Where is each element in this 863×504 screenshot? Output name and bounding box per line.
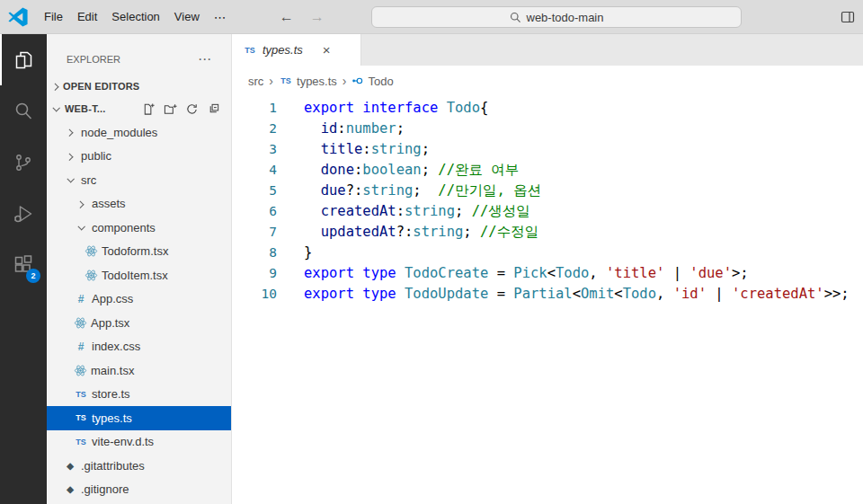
breadcrumb-file-label: types.ts xyxy=(297,75,337,88)
menu-file[interactable]: File xyxy=(37,6,70,28)
line-number: 1 xyxy=(232,98,277,119)
back-button[interactable]: ← xyxy=(271,9,302,25)
tree-item-app-css[interactable]: #App.css xyxy=(47,287,231,312)
code-text: updatedAt?:string; //수정일 xyxy=(304,222,538,243)
code-text: } xyxy=(304,243,312,263)
tree-item-vite-env-d-ts[interactable]: TSvite-env.d.ts xyxy=(47,430,231,455)
workspace-label: WEB-T... xyxy=(65,103,106,114)
open-editors-section[interactable]: OPEN EDITORS xyxy=(47,75,231,97)
menu-view[interactable]: View xyxy=(167,6,207,28)
code-line-4[interactable]: 4 done:boolean; //완료 여부 xyxy=(232,160,863,181)
file-name: App.tsx xyxy=(91,316,129,330)
activity-source-control-icon[interactable] xyxy=(0,137,47,188)
menu-edit[interactable]: Edit xyxy=(70,6,104,28)
file-name: index.css xyxy=(92,340,140,353)
vscode-logo-icon xyxy=(8,7,28,27)
ts-file-icon: TS xyxy=(279,74,293,88)
tree-item-src[interactable]: src xyxy=(47,168,231,192)
line-number: 4 xyxy=(232,160,277,181)
sidebar-more-icon[interactable]: ⋯ xyxy=(198,51,211,67)
chevron-down-icon xyxy=(63,172,77,187)
chevron-right-icon xyxy=(63,149,77,164)
file-name: public xyxy=(81,149,111,163)
breadcrumb-symbol-label: Todo xyxy=(368,75,393,88)
collapse-all-icon[interactable] xyxy=(207,102,220,116)
line-number: 3 xyxy=(232,139,277,160)
new-folder-icon[interactable] xyxy=(164,102,177,116)
tree-item-components[interactable]: components xyxy=(47,216,231,240)
tree-item-app-tsx[interactable]: App.tsx xyxy=(47,311,231,335)
tree-item-public[interactable]: public xyxy=(47,145,231,169)
breadcrumb-src-label: src xyxy=(248,75,263,88)
code-line-9[interactable]: 9export type TodoCreate = Pick<Todo, 'ti… xyxy=(232,263,863,284)
line-number: 6 xyxy=(232,201,277,222)
breadcrumb-src[interactable]: src xyxy=(248,75,263,88)
menu-selection[interactable]: Selection xyxy=(104,6,166,28)
activity-run-debug-icon[interactable] xyxy=(0,188,47,239)
extensions-badge: 2 xyxy=(26,269,40,283)
tab-close-icon[interactable]: × xyxy=(323,43,331,57)
workspace-section[interactable]: WEB-T... xyxy=(47,97,231,120)
activity-explorer-icon[interactable] xyxy=(0,34,47,85)
react-icon xyxy=(85,244,98,258)
breadcrumb-separator: › xyxy=(343,74,347,88)
css-icon: # xyxy=(74,340,88,354)
file-tree: node_modulespublicsrcassetscomponentsTod… xyxy=(47,120,231,504)
vscode-window: File Edit Selection View ⋯ ← → web-todo-… xyxy=(0,0,863,504)
react-icon xyxy=(85,269,98,282)
chevron-right-icon xyxy=(63,125,77,139)
editor-area: TS types.ts × src › TS types.ts › xyxy=(232,34,863,504)
tree-item-main-tsx[interactable]: main.tsx xyxy=(47,358,231,383)
code-line-10[interactable]: 10export type TodoUpdate = Partial<Omit<… xyxy=(232,284,863,305)
chevron-down-icon xyxy=(74,220,88,234)
tree-item-todoform-tsx[interactable]: Todoform.tsx xyxy=(47,240,231,264)
tree-item-store-ts[interactable]: TSstore.ts xyxy=(47,383,231,407)
file-name: App.css xyxy=(92,292,133,305)
code-text: id:number; xyxy=(304,119,405,139)
tab-types-ts[interactable]: TS types.ts × xyxy=(232,34,361,66)
code-area[interactable]: 1export interface Todo{2 id:number;3 tit… xyxy=(232,96,863,504)
code-line-2[interactable]: 2 id:number; xyxy=(232,119,863,139)
activity-extensions-icon[interactable]: 2 xyxy=(0,239,47,290)
tree-item-node-modules[interactable]: node_modules xyxy=(47,120,231,145)
tree-item-types-ts[interactable]: TStypes.ts xyxy=(47,406,231,430)
sidebar-header: EXPLORER ⋯ xyxy=(47,34,231,75)
tree-item-gitattributes[interactable]: ◆.gitattributes xyxy=(47,454,231,478)
symbol-interface-icon xyxy=(351,75,364,87)
line-number: 5 xyxy=(232,181,277,201)
activity-search-icon[interactable] xyxy=(0,85,47,137)
tab-bar: TS types.ts × xyxy=(232,34,863,66)
menu-more-icon[interactable]: ⋯ xyxy=(207,6,234,28)
open-editors-label: OPEN EDITORS xyxy=(63,81,139,92)
tree-item-assets[interactable]: assets xyxy=(47,192,231,217)
menu-bar: File Edit Selection View ⋯ xyxy=(37,6,234,28)
code-line-7[interactable]: 7 updatedAt?:string; //수정일 xyxy=(232,222,863,243)
git-icon: ◆ xyxy=(63,458,77,473)
tree-item-gitignore[interactable]: ◆.gitignore xyxy=(47,478,231,502)
chevron-down-icon xyxy=(49,102,63,116)
command-center-search[interactable]: web-todo-main xyxy=(371,6,742,28)
code-line-1[interactable]: 1export interface Todo{ xyxy=(232,98,863,119)
code-line-8[interactable]: 8} xyxy=(232,243,863,263)
line-number: 8 xyxy=(232,243,277,263)
file-name: .gitattributes xyxy=(81,459,145,473)
breadcrumb-separator: › xyxy=(269,74,273,88)
refresh-icon[interactable] xyxy=(185,102,199,116)
code-line-6[interactable]: 6 createdAt:string; //생성일 xyxy=(232,201,863,222)
git-icon: ◆ xyxy=(63,482,77,497)
breadcrumb: src › TS types.ts › Todo xyxy=(232,66,863,96)
ts-icon: TS xyxy=(74,435,88,449)
react-icon xyxy=(74,364,87,377)
new-file-icon[interactable] xyxy=(142,102,156,116)
explorer-sidebar: EXPLORER ⋯ OPEN EDITORS WEB-T... node_mo… xyxy=(47,34,232,504)
breadcrumb-symbol[interactable]: Todo xyxy=(351,75,393,88)
file-name: assets xyxy=(92,197,126,210)
title-bar: File Edit Selection View ⋯ ← → web-todo-… xyxy=(0,0,863,34)
code-line-5[interactable]: 5 due?:string; //만기일, 옵션 xyxy=(232,181,863,201)
tree-item-todoitem-tsx[interactable]: TodoItem.tsx xyxy=(47,263,231,287)
chevron-right-icon xyxy=(74,197,88,211)
tree-item-index-css[interactable]: #index.css xyxy=(47,335,231,359)
breadcrumb-file[interactable]: TS types.ts xyxy=(279,74,337,88)
code-line-3[interactable]: 3 title:string; xyxy=(232,139,863,160)
layout-toggle-icon[interactable] xyxy=(841,10,855,24)
